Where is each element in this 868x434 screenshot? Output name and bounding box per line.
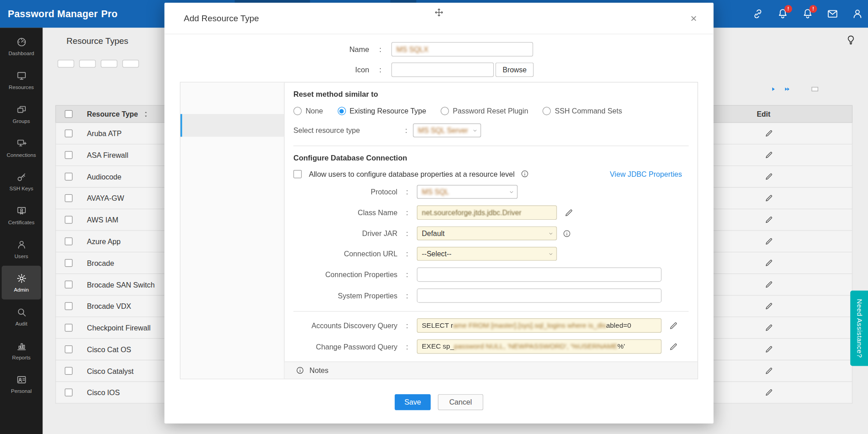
- sidebar-item-resources[interactable]: Resources: [2, 63, 41, 97]
- edit-pencil-icon[interactable]: [764, 237, 774, 246]
- page-size-50[interactable]: [811, 87, 818, 91]
- sidebar-item-certificates[interactable]: Certificates: [2, 198, 41, 232]
- query-text: SELECT r: [422, 321, 453, 329]
- resource-type-cell: Cisco Cat OS: [87, 345, 131, 353]
- header-icon[interactable]: [826, 8, 839, 20]
- edit-pencil-icon[interactable]: [764, 302, 774, 311]
- row-checkbox[interactable]: [65, 389, 72, 396]
- edit-pencil-icon[interactable]: [764, 129, 774, 138]
- close-icon[interactable]: ×: [690, 13, 697, 24]
- cancel-button[interactable]: Cancel: [438, 394, 483, 410]
- header-icon[interactable]: !: [777, 8, 789, 20]
- view-jdbc-properties-link[interactable]: View JDBC Properties: [610, 170, 682, 178]
- edit-pencil-icon[interactable]: [669, 342, 678, 351]
- edit-pencil-icon[interactable]: [764, 280, 774, 289]
- notes-bar[interactable]: Notes: [284, 362, 697, 379]
- dialog-title: Add Resource Type: [184, 13, 259, 23]
- chevron-down-icon: [548, 231, 553, 236]
- row-checkbox[interactable]: [65, 367, 72, 375]
- row-checkbox[interactable]: [65, 345, 72, 353]
- row-checkbox[interactable]: [65, 216, 72, 224]
- row-checkbox[interactable]: [65, 259, 72, 267]
- row-checkbox[interactable]: [65, 237, 72, 245]
- toolbar-button-add[interactable]: [57, 60, 74, 67]
- row-checkbox[interactable]: [65, 173, 72, 180]
- edit-pencil-icon[interactable]: [764, 345, 774, 354]
- sidebar-item-dashboard[interactable]: Dashboard: [2, 29, 41, 63]
- change-password-query-input[interactable]: EXEC sp_password NULL, 'NEWPASSWORD', '%…: [417, 340, 661, 354]
- toolbar-button-b[interactable]: [123, 60, 139, 67]
- connection-url-select[interactable]: --Select--: [417, 247, 557, 261]
- radio-password-reset-plugin[interactable]: Password Reset Plugin: [440, 107, 528, 115]
- change-password-query-label: Change Password Query: [293, 342, 397, 350]
- class-name-input[interactable]: net.sourceforge.jtds.jdbc.Driver: [417, 205, 557, 220]
- field-colon: :: [369, 66, 392, 74]
- row-checkbox[interactable]: [65, 130, 72, 137]
- tab-general[interactable]: [180, 91, 284, 114]
- row-checkbox[interactable]: [65, 281, 72, 288]
- add-resource-type-dialog: Add Resource Type × Name : MS SQLX Icon …: [165, 3, 714, 424]
- reset-method-heading: Reset method similar to: [293, 90, 689, 99]
- radio-ssh-command-sets[interactable]: SSH Command Sets: [542, 107, 622, 115]
- accounts-discovery-query-input[interactable]: SELECT rame FROM [master].[sys].sql_logi…: [417, 318, 661, 333]
- system-properties-input[interactable]: [417, 288, 661, 303]
- radio-none[interactable]: None: [293, 107, 323, 115]
- edit-pencil-icon[interactable]: [764, 215, 774, 224]
- allow-db-properties-row: Allow users to configure database proper…: [293, 170, 689, 179]
- query-redacted-text: password NULL, 'NEWPASSWORD', '%USERNAME: [454, 343, 618, 350]
- connections-icon: [16, 137, 27, 148]
- row-checkbox[interactable]: [65, 194, 72, 202]
- edit-pencil-icon[interactable]: [764, 151, 774, 160]
- page-size-75[interactable]: [826, 87, 832, 91]
- connection-properties-input[interactable]: [417, 267, 661, 282]
- browse-button[interactable]: Browse: [495, 62, 534, 77]
- driver-jar-select[interactable]: Default: [417, 226, 557, 241]
- sidebar-item-groups[interactable]: Groups: [2, 97, 41, 131]
- edit-pencil-icon[interactable]: [764, 172, 774, 181]
- resource-type-select[interactable]: MS SQL Server: [413, 123, 481, 137]
- toolbar-button-filter[interactable]: [101, 60, 118, 67]
- toolbar-button-delete[interactable]: [79, 60, 96, 67]
- radio-existing-resource-type[interactable]: Existing Resource Type: [337, 107, 426, 115]
- page-size-25[interactable]: [797, 87, 804, 91]
- header-icon[interactable]: [752, 8, 764, 20]
- icon-input[interactable]: [392, 62, 494, 77]
- next-page-icon[interactable]: [770, 86, 777, 93]
- edit-pencil-icon[interactable]: [764, 259, 774, 268]
- edit-pencil-icon[interactable]: [764, 367, 774, 376]
- row-checkbox[interactable]: [65, 151, 72, 159]
- row-checkbox[interactable]: [65, 302, 72, 310]
- edit-pencil-icon[interactable]: [764, 388, 774, 397]
- edit-pencil-icon[interactable]: [764, 323, 774, 332]
- row-checkbox[interactable]: [65, 324, 72, 331]
- sidebar-item-reports[interactable]: Reports: [2, 333, 41, 367]
- sidebar-item-users[interactable]: Users: [2, 232, 41, 266]
- tab-advanced[interactable]: [180, 114, 284, 137]
- protocol-select[interactable]: MS SQL: [417, 185, 518, 199]
- lightbulb-icon[interactable]: [845, 34, 856, 45]
- need-assistance-tab[interactable]: Need Assistance?: [850, 291, 868, 366]
- drag-handle-icon[interactable]: [434, 8, 444, 17]
- edit-pencil-icon[interactable]: [764, 194, 774, 203]
- sidebar-item-connections[interactable]: Connections: [2, 131, 41, 165]
- sidebar-item-audit[interactable]: Audit: [2, 299, 41, 333]
- info-icon[interactable]: [562, 229, 571, 238]
- last-page-icon[interactable]: [784, 86, 791, 93]
- sidebar-item-ssh-keys[interactable]: SSH Keys: [2, 165, 41, 198]
- header-icon[interactable]: !: [802, 8, 814, 20]
- save-button[interactable]: Save: [395, 394, 431, 410]
- edit-pencil-icon[interactable]: [669, 321, 678, 330]
- page-size-100[interactable]: [839, 87, 846, 91]
- header-icon[interactable]: [851, 8, 863, 20]
- allow-db-properties-checkbox[interactable]: [293, 170, 302, 178]
- name-input[interactable]: MS SQLX: [392, 42, 533, 57]
- select-all-checkbox[interactable]: [65, 110, 72, 118]
- sidebar-item-personal[interactable]: Personal: [2, 367, 41, 401]
- sort-icon[interactable]: [142, 110, 150, 118]
- sidebar-item-admin[interactable]: Admin: [2, 266, 41, 300]
- edit-pencil-icon[interactable]: [564, 208, 574, 217]
- info-icon[interactable]: [520, 170, 529, 179]
- app-logo: Password Manager Pro: [8, 0, 118, 28]
- driver-jar-value: Default: [422, 229, 444, 237]
- query-text: abled=0: [606, 321, 631, 329]
